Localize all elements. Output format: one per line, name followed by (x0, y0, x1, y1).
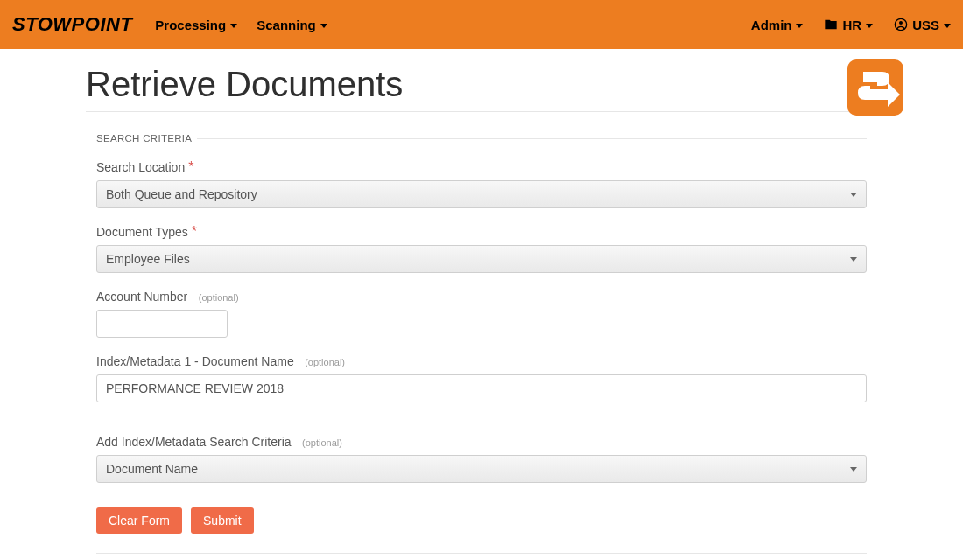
account-number-input[interactable] (96, 310, 228, 338)
document-types-select[interactable]: Employee Files (96, 245, 867, 273)
document-types-field: Document Types* Employee Files (96, 224, 867, 273)
form-button-row: Clear Form Submit (96, 508, 867, 534)
add-metadata-field: Add Index/Metadata Search Criteria (opti… (96, 434, 867, 483)
metadata1-input[interactable]: PERFORMANCE REVIEW 2018 (96, 374, 867, 402)
add-metadata-select[interactable]: Document Name (96, 455, 867, 483)
user-circle-icon (894, 18, 908, 32)
search-location-field: Search Location* Both Queue and Reposito… (96, 159, 867, 208)
legend-label: SEARCH CRITERIA (96, 133, 192, 144)
submit-button[interactable]: Submit (191, 508, 254, 534)
nav-admin[interactable]: Admin (751, 18, 804, 32)
search-location-label: Search Location (96, 160, 185, 174)
chevron-down-icon (850, 192, 857, 197)
caret-icon (866, 24, 873, 28)
legend-divider (197, 138, 867, 139)
folder-icon (824, 18, 838, 32)
svg-rect-2 (847, 60, 903, 116)
optional-marker: (optional) (305, 357, 345, 368)
add-metadata-label: Add Index/Metadata Search Criteria (96, 435, 292, 449)
search-form: SEARCH CRITERIA Search Location* Both Qu… (86, 133, 877, 560)
brand-stow: STOW (12, 13, 72, 35)
account-number-field: Account Number (optional) (96, 289, 867, 338)
nav-scanning-label: Scanning (257, 18, 316, 32)
account-number-label: Account Number (96, 290, 187, 304)
page-footer: StowPoint v3.20 ®All rights Reserved - U… (96, 553, 867, 560)
optional-marker: (optional) (199, 292, 239, 303)
nav-processing[interactable]: Processing (155, 18, 237, 32)
chevron-down-icon (850, 257, 857, 262)
nav-uss[interactable]: USS (894, 18, 951, 32)
chevron-down-icon (850, 467, 857, 472)
required-marker: * (188, 159, 193, 174)
nav-processing-label: Processing (155, 18, 226, 32)
search-criteria-legend: SEARCH CRITERIA (96, 133, 867, 144)
caret-icon (944, 24, 951, 28)
top-nav: STOWPOINT Processing Scanning Admin HR (0, 0, 963, 49)
page-content: Retrieve Documents SEARCH CRITERIA Searc… (0, 49, 963, 560)
nav-left: Processing Scanning (155, 18, 346, 32)
nav-admin-label: Admin (751, 18, 792, 32)
metadata1-label: Index/Metadata 1 - Document Name (96, 354, 294, 368)
optional-marker: (optional) (302, 438, 342, 448)
clear-button[interactable]: Clear Form (96, 508, 182, 534)
caret-icon (230, 24, 237, 28)
required-marker: * (192, 224, 197, 239)
caret-icon (796, 24, 803, 28)
document-types-label: Document Types (96, 225, 188, 239)
caret-icon (320, 24, 327, 28)
nav-scanning[interactable]: Scanning (257, 18, 327, 32)
page-title: Retrieve Documents (86, 65, 877, 104)
nav-uss-label: USS (912, 18, 939, 32)
document-types-value: Employee Files (106, 252, 190, 266)
svg-point-1 (899, 21, 903, 24)
nav-hr-label: HR (842, 18, 861, 32)
stowpoint-badge-icon (847, 60, 903, 116)
search-location-select[interactable]: Both Queue and Repository (96, 180, 867, 208)
brand-logo[interactable]: STOWPOINT (12, 13, 132, 36)
search-location-value: Both Queue and Repository (106, 187, 257, 201)
metadata1-field: Index/Metadata 1 - Document Name (option… (96, 354, 867, 402)
add-metadata-value: Document Name (106, 462, 198, 476)
metadata1-value: PERFORMANCE REVIEW 2018 (106, 382, 284, 396)
nav-hr[interactable]: HR (824, 18, 873, 32)
brand-point: POINT (72, 13, 133, 35)
nav-right: Admin HR USS (730, 18, 951, 32)
